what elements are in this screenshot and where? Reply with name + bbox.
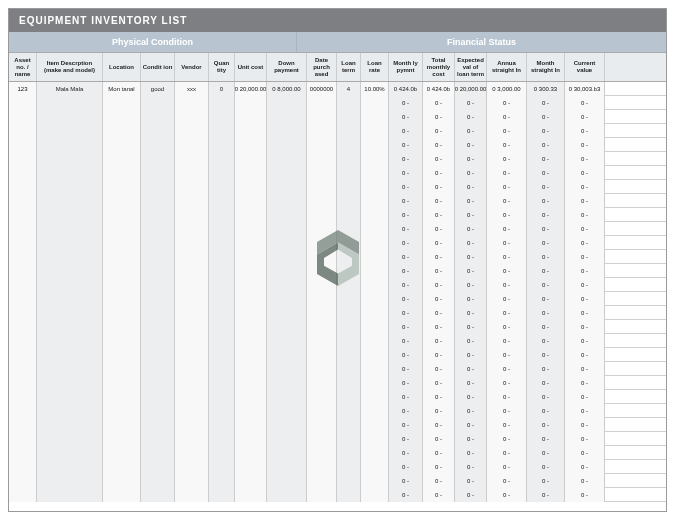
cell[interactable] [9, 404, 37, 418]
cell[interactable] [337, 236, 361, 250]
cell[interactable]: 0 - [423, 278, 455, 292]
table-row[interactable]: 0 -0 -0 -0 -0 -0 - [9, 474, 666, 488]
cell[interactable] [235, 320, 267, 334]
cell[interactable] [337, 194, 361, 208]
cell[interactable] [209, 390, 235, 404]
cell[interactable]: 0 - [389, 362, 423, 376]
cell[interactable] [103, 194, 141, 208]
cell[interactable] [209, 418, 235, 432]
cell[interactable] [361, 460, 389, 474]
cell[interactable] [361, 110, 389, 124]
cell[interactable] [267, 320, 307, 334]
cell[interactable] [141, 152, 175, 166]
cell[interactable]: 0 - [527, 250, 565, 264]
cell[interactable]: 0 - [423, 488, 455, 502]
cell[interactable] [209, 236, 235, 250]
cell[interactable] [141, 488, 175, 502]
cell[interactable]: 0 - [455, 250, 487, 264]
cell[interactable]: 0 - [423, 166, 455, 180]
cell[interactable] [307, 180, 337, 194]
cell[interactable] [37, 348, 103, 362]
cell[interactable] [141, 362, 175, 376]
cell[interactable] [267, 460, 307, 474]
table-row[interactable]: 0 -0 -0 -0 -0 -0 - [9, 460, 666, 474]
table-row[interactable]: 0 -0 -0 -0 -0 -0 - [9, 250, 666, 264]
cell[interactable] [235, 488, 267, 502]
cell[interactable] [337, 138, 361, 152]
cell[interactable]: 0 - [423, 390, 455, 404]
cell[interactable] [209, 194, 235, 208]
cell[interactable] [337, 152, 361, 166]
cell[interactable] [361, 194, 389, 208]
cell[interactable] [235, 474, 267, 488]
cell[interactable] [235, 194, 267, 208]
cell[interactable]: 0 - [423, 432, 455, 446]
cell[interactable]: 0 - [487, 404, 527, 418]
cell[interactable]: 0 - [455, 320, 487, 334]
table-row[interactable]: 0 -0 -0 -0 -0 -0 - [9, 236, 666, 250]
cell[interactable]: 0 - [527, 236, 565, 250]
cell[interactable] [267, 152, 307, 166]
cell[interactable] [103, 236, 141, 250]
cell[interactable] [209, 460, 235, 474]
cell[interactable]: 0 - [423, 334, 455, 348]
cell[interactable]: 0 - [389, 460, 423, 474]
cell[interactable] [307, 222, 337, 236]
cell[interactable]: 0 - [527, 96, 565, 110]
cell[interactable]: 0 - [423, 236, 455, 250]
cell[interactable] [209, 264, 235, 278]
cell[interactable] [175, 138, 209, 152]
cell[interactable]: 0 - [455, 446, 487, 460]
cell[interactable] [267, 474, 307, 488]
cell[interactable] [361, 474, 389, 488]
cell[interactable] [141, 194, 175, 208]
cell[interactable]: 0000000 [307, 82, 337, 96]
cell[interactable]: 0 - [423, 124, 455, 138]
cell[interactable]: 0 - [565, 152, 605, 166]
cell[interactable]: 0 424.0b [423, 82, 455, 96]
cell[interactable]: 0 - [389, 208, 423, 222]
cell[interactable]: 0 - [565, 390, 605, 404]
cell[interactable] [175, 348, 209, 362]
cell[interactable]: 0 - [423, 460, 455, 474]
cell[interactable] [209, 404, 235, 418]
cell[interactable]: 0 - [389, 166, 423, 180]
cell[interactable] [175, 488, 209, 502]
cell[interactable] [361, 362, 389, 376]
cell[interactable] [103, 488, 141, 502]
cell[interactable] [235, 348, 267, 362]
cell[interactable] [337, 362, 361, 376]
cell[interactable] [307, 236, 337, 250]
cell[interactable] [267, 292, 307, 306]
cell[interactable] [361, 236, 389, 250]
cell[interactable] [235, 222, 267, 236]
cell[interactable]: 0 - [423, 180, 455, 194]
cell[interactable]: 0 - [423, 96, 455, 110]
cell[interactable] [361, 390, 389, 404]
cell[interactable]: 0 - [527, 390, 565, 404]
cell[interactable] [141, 390, 175, 404]
cell[interactable] [361, 376, 389, 390]
cell[interactable]: 0 - [455, 390, 487, 404]
cell[interactable]: 0 - [389, 250, 423, 264]
cell[interactable] [337, 292, 361, 306]
cell[interactable] [267, 418, 307, 432]
cell[interactable] [37, 404, 103, 418]
cell[interactable] [9, 362, 37, 376]
cell[interactable] [103, 124, 141, 138]
cell[interactable] [235, 460, 267, 474]
cell[interactable]: 0 - [487, 96, 527, 110]
cell[interactable] [337, 222, 361, 236]
cell[interactable] [361, 292, 389, 306]
cell[interactable]: 0 - [527, 278, 565, 292]
cell[interactable] [141, 348, 175, 362]
cell[interactable]: 0 - [455, 194, 487, 208]
table-row[interactable]: 0 -0 -0 -0 -0 -0 - [9, 432, 666, 446]
cell[interactable] [235, 432, 267, 446]
cell[interactable]: Mala Mala [37, 82, 103, 96]
cell[interactable] [9, 110, 37, 124]
cell[interactable] [103, 278, 141, 292]
cell[interactable] [175, 166, 209, 180]
cell[interactable]: 0 - [527, 194, 565, 208]
table-row[interactable]: 0 -0 -0 -0 -0 -0 - [9, 138, 666, 152]
